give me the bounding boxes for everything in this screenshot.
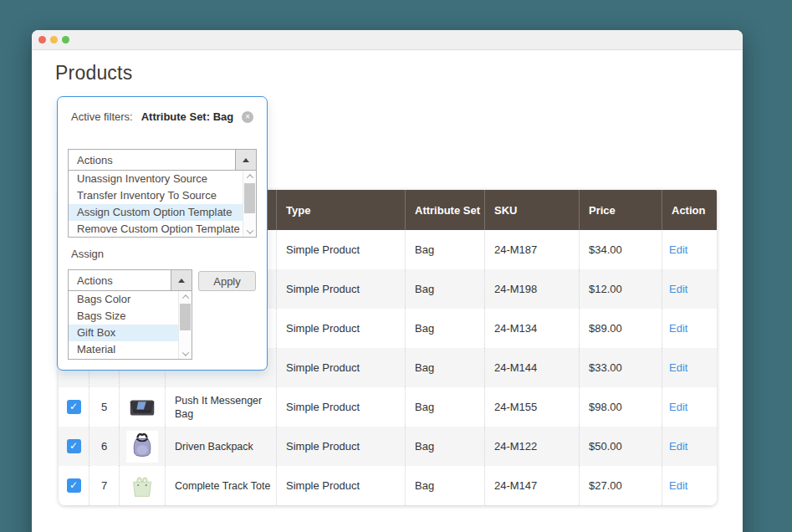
action-cell: Edit [662,466,717,505]
window-titlebar [32,30,743,50]
assign-select[interactable]: Actions [68,269,192,291]
close-window-button[interactable] [38,36,46,43]
sku-cell: 24-M144 [484,348,579,387]
assign-label: Assign [71,248,104,260]
type-cell: Simple Product [276,427,405,466]
name-cell: Driven Backpack [165,427,276,466]
product-image-tote [126,470,158,502]
type-cell: Simple Product [276,466,405,505]
edit-link[interactable]: Edit [669,401,687,413]
column-header-type[interactable]: Type [276,190,405,230]
attribute_set-cell: Bag [405,466,484,505]
sku-cell: 24-M122 [484,427,579,466]
actions-option-list: Unassign Inventory SourceTransfer Invent… [68,171,257,238]
action-cell: Edit [662,309,717,348]
attribute_set-cell: Bag [405,309,484,348]
scrollbar[interactable] [178,291,192,359]
row-checkbox[interactable]: ✓ [67,439,81,453]
option-item[interactable]: Gift Box [69,325,178,341]
column-header-price[interactable]: Price [579,190,662,230]
actions-select[interactable]: Actions [68,149,257,171]
thumbnail-cell [119,427,165,466]
price-cell: $89.00 [579,309,662,348]
edit-link[interactable]: Edit [669,322,687,335]
actions-select-value: Actions [69,150,235,170]
sku-cell: 24-M187 [484,230,579,269]
price-cell: $12.00 [579,269,662,309]
action-cell: Edit [662,269,717,309]
option-item[interactable]: Remove Custom Option Template [69,221,243,237]
triangle-up-icon [178,279,185,283]
thumbnail-cell [119,387,165,427]
option-item[interactable]: Material [69,341,178,358]
checkbox-cell: ✓ [59,466,89,505]
assign-option-list: Bags ColorBags SizeGift BoxMaterial [68,291,192,360]
sku-cell: 24-M134 [484,309,579,348]
scrollbar[interactable] [243,171,256,237]
edit-link[interactable]: Edit [669,243,687,256]
scrollbar-track[interactable] [179,302,192,348]
price-cell: $50.00 [579,427,662,466]
sku-cell: 24-M147 [484,466,579,505]
column-header-sku[interactable]: SKU [484,190,579,230]
scroll-up-button[interactable] [243,171,256,182]
type-cell: Simple Product [276,387,405,427]
edit-link[interactable]: Edit [669,440,687,453]
attribute_set-cell: Bag [405,387,484,427]
option-item[interactable]: Transfer Inventory To Source [69,187,243,204]
remove-filter-icon[interactable]: ✕ [242,111,253,123]
option-item[interactable]: Unassign Inventory Source [69,171,243,187]
scroll-down-button[interactable] [243,226,256,237]
action-cell: Edit [662,427,717,466]
filter-actions-panel: Active filters: Attribute Set: Bag ✕ Act… [57,96,268,371]
thumbnail-cell [119,466,165,505]
actions-select-collapse-button[interactable] [235,150,256,170]
table-row: ✓5Push It Messenger BagSimple ProductBag… [59,387,717,427]
filter-chip: Attribute Set: Bag [141,110,234,123]
minimize-window-button[interactable] [50,36,58,43]
desktop-background: Products TypeAttribute SetSKUPriceAction… [0,0,792,532]
scrollbar-track[interactable] [243,182,256,226]
scroll-up-button[interactable] [179,291,192,302]
option-item[interactable]: Bags Size [69,308,178,325]
option-item[interactable]: Bags Color [69,291,178,308]
action-cell: Edit [662,348,717,387]
attribute_set-cell: Bag [405,269,484,309]
edit-link[interactable]: Edit [669,361,687,374]
id-cell: 6 [89,427,119,466]
sku-cell: 24-M198 [484,269,579,309]
type-cell: Simple Product [276,230,405,269]
column-header-action[interactable]: Action [662,190,717,230]
product-image-messenger-bag [126,391,158,423]
chevron-up-icon [246,174,253,181]
zoom-window-button[interactable] [62,36,69,43]
chevron-down-icon [181,349,188,356]
column-header-attribute_set[interactable]: Attribute Set [405,190,484,230]
browser-window: Products TypeAttribute SetSKUPriceAction… [32,30,743,532]
page-title: Products [55,62,132,84]
id-cell: 7 [89,466,119,505]
type-cell: Simple Product [276,348,405,387]
price-cell: $34.00 [579,230,662,269]
table-row: ✓7Complete Track ToteSimple ProductBag24… [59,466,717,505]
edit-link[interactable]: Edit [669,283,687,295]
option-list: Bags ColorBags SizeGift BoxMaterial [69,291,178,359]
option-item[interactable]: Assign Custom Option Template [69,204,243,221]
scrollbar-thumb[interactable] [180,304,191,330]
scrollbar-thumb[interactable] [244,183,255,213]
row-checkbox[interactable]: ✓ [67,400,81,414]
action-cell: Edit [662,387,717,427]
apply-button[interactable]: Apply [198,271,256,291]
price-cell: $33.00 [579,348,662,387]
action-cell: Edit [662,230,717,269]
row-checkbox[interactable]: ✓ [67,478,81,493]
active-filters-label: Active filters: [71,110,133,123]
edit-link[interactable]: Edit [669,479,687,492]
option-list: Unassign Inventory SourceTransfer Invent… [69,171,243,237]
type-cell: Simple Product [276,269,405,309]
price-cell: $98.00 [579,387,662,427]
assign-select-value: Actions [69,270,171,290]
triangle-up-icon [243,158,249,162]
scroll-down-button[interactable] [179,348,192,359]
assign-select-collapse-button[interactable] [171,270,192,290]
